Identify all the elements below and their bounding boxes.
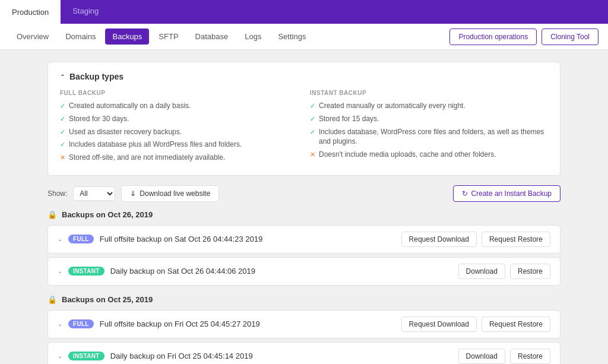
download-live-button[interactable]: ⇓ Download live website <box>121 185 219 202</box>
backup-types-grid: FULL BACKUP ✓Created automatically on a … <box>60 90 548 166</box>
action-button[interactable]: Request Download <box>401 232 477 247</box>
nav-overview[interactable]: Overview <box>10 29 56 45</box>
full-backup-section: FULL BACKUP ✓Created automatically on a … <box>60 90 298 166</box>
env-tab-staging[interactable]: Staging <box>61 0 110 24</box>
backup-item-right: Request DownloadRequest Restore <box>401 316 550 332</box>
action-button[interactable]: Request Restore <box>482 232 550 247</box>
backup-type-badge: INSTANT <box>68 267 104 276</box>
cloning-tool-button[interactable]: Cloning Tool <box>542 29 598 45</box>
backup-groups-container: 🔒Backups on Oct 26, 2019 ⌄ FULL Full off… <box>48 210 560 364</box>
check-icon: ✓ <box>310 115 315 124</box>
list-item: ✓Used as disaster recovery backups. <box>60 127 298 137</box>
backup-group-title: 🔒Backups on Oct 25, 2019 <box>48 295 560 304</box>
toolbar-left: Show: All Full Instant ⇓ Download live w… <box>48 185 219 202</box>
list-item: ✕Doesn't include media uploads, cache an… <box>310 150 548 160</box>
full-backup-list: ✓Created automatically on a daily basis.… <box>60 101 298 163</box>
chevron-down-icon[interactable]: ⌄ <box>58 353 62 359</box>
backup-item-left: ⌄ FULL Full offsite backup on Sat Oct 26… <box>58 235 262 243</box>
list-item: ✕Stored off-site, and are not immediatel… <box>60 153 298 163</box>
show-select[interactable]: All Full Instant <box>73 186 115 201</box>
nav-links: Overview Domains Backups SFTP Database L… <box>10 29 313 45</box>
list-item: ✓Created manually or automatically every… <box>310 101 548 111</box>
env-bar: Production Staging <box>0 0 608 24</box>
production-operations-button[interactable]: Production operations <box>449 29 537 45</box>
action-button[interactable]: Request Restore <box>482 316 550 332</box>
action-button[interactable]: Restore <box>510 264 550 279</box>
show-label: Show: <box>48 189 67 198</box>
backup-types-card: ⌃ Backup types FULL BACKUP ✓Created auto… <box>48 62 560 176</box>
instant-backup-list: ✓Created manually or automatically every… <box>310 101 548 160</box>
action-button[interactable]: Restore <box>510 349 550 364</box>
backup-item-left: ⌄ INSTANT Daily backup on Fri Oct 25 04:… <box>58 352 253 360</box>
backup-type-badge: INSTANT <box>68 352 104 360</box>
nav-logs[interactable]: Logs <box>238 29 268 45</box>
check-icon: ✓ <box>60 128 65 137</box>
backup-group-0: 🔒Backups on Oct 26, 2019 ⌄ FULL Full off… <box>48 210 560 286</box>
check-icon: ✓ <box>310 128 315 137</box>
nav-bar: Overview Domains Backups SFTP Database L… <box>0 24 608 50</box>
list-item: ✓Created automatically on a daily basis. <box>60 101 298 111</box>
backup-group-1: 🔒Backups on Oct 25, 2019 ⌄ FULL Full off… <box>48 295 560 364</box>
chevron-down-icon[interactable]: ⌄ <box>58 236 62 242</box>
backup-item-right: DownloadRestore <box>458 264 550 279</box>
backup-item: ⌄ INSTANT Daily backup on Sat Oct 26 04:… <box>48 257 560 286</box>
nav-actions: Production operations Cloning Tool <box>449 29 598 45</box>
nav-settings[interactable]: Settings <box>271 29 313 45</box>
chevron-down-icon[interactable]: ⌄ <box>58 268 62 274</box>
lock-icon: 🔒 <box>48 295 57 304</box>
refresh-icon: ↻ <box>462 189 468 198</box>
backup-item: ⌄ INSTANT Daily backup on Fri Oct 25 04:… <box>48 342 560 364</box>
instant-backup-title: INSTANT BACKUP <box>310 90 548 96</box>
full-backup-title: FULL BACKUP <box>60 90 298 96</box>
create-instant-backup-button[interactable]: ↻ Create an Instant Backup <box>453 185 560 202</box>
nav-domains[interactable]: Domains <box>58 29 103 45</box>
nav-database[interactable]: Database <box>188 29 236 45</box>
backup-item-right: DownloadRestore <box>458 349 550 364</box>
action-button[interactable]: Download <box>458 349 505 364</box>
backup-item-right: Request DownloadRequest Restore <box>401 232 550 247</box>
check-icon: ✓ <box>60 140 65 149</box>
check-icon: ✓ <box>60 102 65 110</box>
chevron-down-icon[interactable]: ⌄ <box>58 321 62 327</box>
list-item: ✓Includes database, WordPress core files… <box>310 127 548 147</box>
check-icon: ✓ <box>60 115 65 124</box>
x-icon: ✕ <box>60 153 65 162</box>
backup-description: Daily backup on Sat Oct 26 04:44:06 2019 <box>110 267 255 276</box>
chevron-up-icon: ⌃ <box>60 74 65 80</box>
backup-types-title: Backup types <box>69 72 124 81</box>
backup-type-badge: FULL <box>68 319 94 328</box>
list-item: ✓Stored for 30 days. <box>60 114 298 124</box>
main-content: ⌃ Backup types FULL BACKUP ✓Created auto… <box>0 50 608 364</box>
lock-icon: 🔒 <box>48 210 57 219</box>
nav-backups[interactable]: Backups <box>105 29 149 45</box>
list-item: ✓Stored for 15 days. <box>310 114 548 124</box>
backup-item: ⌄ FULL Full offsite backup on Sat Oct 26… <box>48 225 560 254</box>
instant-backup-section: INSTANT BACKUP ✓Created manually or auto… <box>310 90 548 166</box>
backup-item: ⌄ FULL Full offsite backup on Fri Oct 25… <box>48 310 560 338</box>
backup-description: Full offsite backup on Sat Oct 26 04:44:… <box>100 235 262 243</box>
backup-description: Full offsite backup on Fri Oct 25 04:45:… <box>100 319 260 328</box>
x-icon: ✕ <box>310 150 315 159</box>
nav-sftp[interactable]: SFTP <box>151 29 185 45</box>
backup-item-left: ⌄ INSTANT Daily backup on Sat Oct 26 04:… <box>58 267 255 276</box>
backup-types-header[interactable]: ⌃ Backup types <box>60 72 548 81</box>
toolbar: Show: All Full Instant ⇓ Download live w… <box>48 185 560 202</box>
action-button[interactable]: Download <box>458 264 505 279</box>
check-icon: ✓ <box>310 102 315 110</box>
action-button[interactable]: Request Download <box>401 316 477 332</box>
list-item: ✓Includes database plus all WordPress fi… <box>60 140 298 150</box>
backup-description: Daily backup on Fri Oct 25 04:45:14 2019 <box>110 352 253 360</box>
backup-type-badge: FULL <box>68 235 94 243</box>
download-icon: ⇓ <box>130 189 136 198</box>
env-tab-production[interactable]: Production <box>0 0 61 24</box>
backup-group-title: 🔒Backups on Oct 26, 2019 <box>48 210 560 219</box>
backup-item-left: ⌄ FULL Full offsite backup on Fri Oct 25… <box>58 319 260 328</box>
